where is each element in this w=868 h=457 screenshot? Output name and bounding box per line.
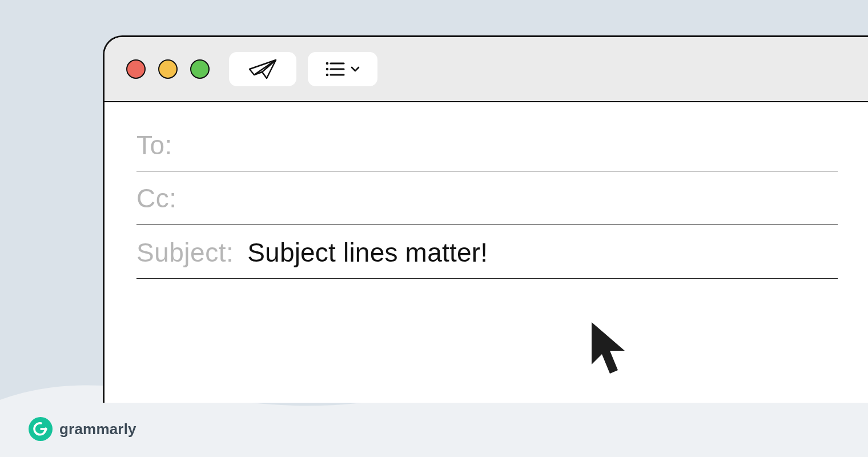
subject-label: Subject: — [136, 237, 234, 268]
cc-field[interactable]: Cc: — [136, 171, 838, 225]
to-field[interactable]: To: — [136, 118, 838, 171]
brand-mark: grammarly — [29, 417, 136, 441]
compose-window: To: Cc: Subject: Subject lines matter! — [103, 35, 868, 403]
list-icon — [326, 61, 345, 77]
send-button[interactable] — [229, 52, 296, 86]
traffic-lights — [126, 59, 210, 79]
compose-body: To: Cc: Subject: Subject lines matter! — [105, 102, 868, 279]
cc-label: Cc: — [136, 183, 177, 214]
window-titlebar — [105, 37, 868, 102]
brand-name: grammarly — [59, 420, 136, 438]
cursor-pointer-icon — [587, 320, 633, 379]
svg-point-2 — [326, 74, 329, 77]
maximize-window-button[interactable] — [190, 59, 210, 79]
svg-point-1 — [326, 68, 329, 71]
to-label: To: — [136, 130, 172, 161]
paper-plane-icon — [248, 58, 278, 81]
brand-badge-icon — [29, 417, 53, 441]
subject-value: Subject lines matter! — [247, 237, 488, 268]
chevron-down-icon — [351, 66, 360, 73]
subject-field[interactable]: Subject: Subject lines matter! — [136, 225, 838, 279]
format-menu-button[interactable] — [308, 52, 377, 86]
svg-point-0 — [326, 62, 329, 65]
page-canvas: To: Cc: Subject: Subject lines matter! — [0, 0, 868, 457]
minimize-window-button[interactable] — [158, 59, 178, 79]
close-window-button[interactable] — [126, 59, 146, 79]
